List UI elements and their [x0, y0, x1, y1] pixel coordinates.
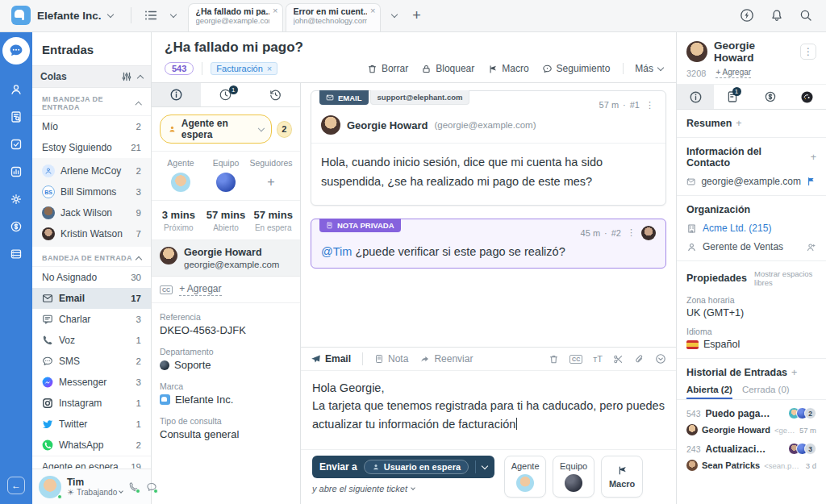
sidebar-item-voice[interactable]: Voz 1: [32, 330, 151, 351]
nav-billing[interactable]: [2, 215, 30, 239]
field-value[interactable]: DKEO-4563-DJFK: [160, 324, 292, 336]
tab-ticket-info[interactable]: [152, 83, 201, 106]
nav-tasks[interactable]: [2, 132, 30, 156]
sidebar-item-agent[interactable]: BS Bill Simmons 3: [32, 181, 151, 202]
sidebar-item-instagram[interactable]: Instagram 1: [32, 393, 151, 414]
more-button[interactable]: Más: [623, 63, 663, 74]
ticket-status-dropdown[interactable]: Agente en espera: [160, 115, 272, 144]
quick-assign-agent[interactable]: Agente: [504, 456, 546, 498]
sidebar-item-email[interactable]: Email 17: [32, 288, 151, 309]
mention-link[interactable]: @Tim: [321, 245, 352, 258]
organization-link[interactable]: Acme Ltd. (215): [703, 223, 771, 234]
discard-draft-button[interactable]: [549, 354, 559, 364]
collapse-composer-button[interactable]: [655, 353, 666, 364]
quick-assign-team[interactable]: Equipo: [553, 456, 594, 498]
nav-settings[interactable]: [2, 187, 30, 211]
history-tab-closed[interactable]: Cerrada (0): [742, 385, 790, 399]
sidebar-item-agent[interactable]: Kristin Watson 7: [32, 223, 151, 244]
add-cc-link[interactable]: + Agregar: [179, 283, 221, 296]
history-tab-open[interactable]: Abierta (2): [686, 385, 732, 399]
requester-row[interactable]: Georgie Howard georgie@example.com: [152, 240, 300, 277]
nav-analytics[interactable]: [2, 160, 30, 184]
assignee-team[interactable]: Equipo: [203, 158, 248, 192]
tab-mailchimp-app[interactable]: [789, 85, 826, 109]
tab-contact-info[interactable]: [677, 85, 714, 109]
nav-search-reports[interactable]: [2, 105, 30, 129]
status-count-badge[interactable]: 2: [277, 121, 292, 138]
person-add-icon[interactable]: [806, 242, 816, 252]
kebab-menu[interactable]: ⋮: [800, 44, 816, 60]
sidebar-item-messenger[interactable]: Messenger 3: [32, 372, 151, 393]
section-my-inbox[interactable]: MI BANDEJA DE ENTRADA: [32, 88, 151, 116]
add-icon[interactable]: +: [811, 152, 816, 163]
composer-tab-email[interactable]: Email: [311, 353, 351, 364]
chat-status-button[interactable]: [146, 481, 157, 493]
field-value[interactable]: Soporte: [160, 359, 292, 371]
notifications-button[interactable]: [770, 8, 784, 23]
contact-email-row[interactable]: georgie@example.com: [686, 176, 816, 187]
tab-overflow-button[interactable]: [383, 4, 406, 27]
kebab-menu[interactable]: ⋮: [625, 227, 637, 238]
ticket-tab-active[interactable]: ¿Ha fallado mi pa... georgie@example.com…: [188, 3, 283, 31]
sidebar-list[interactable]: MI BANDEJA DE ENTRADA Mío 2 Estoy Siguie…: [32, 88, 151, 469]
agent-status[interactable]: ☀ Trabajando: [67, 488, 123, 497]
history-item[interactable]: 243 Actualización de... 3 Sean Patricks …: [686, 435, 816, 471]
collapse-sidebar-button[interactable]: ←: [7, 477, 25, 494]
tab-contact-notes[interactable]: 1: [714, 85, 751, 109]
ticket-id-badge[interactable]: 543: [165, 62, 194, 75]
conversation-scroll[interactable]: EMAIL support@elephant.com 57 m · #1 ⋮: [301, 83, 676, 347]
queues-header[interactable]: Colas: [32, 65, 151, 88]
kebab-menu[interactable]: ⋮: [644, 100, 656, 110]
chevron-down-icon[interactable]: [482, 463, 488, 469]
ticket-tab-inactive[interactable]: Error en mi cuent... john@technology.com…: [286, 3, 381, 31]
sidebar-item-chat[interactable]: Charlar 3: [32, 309, 151, 330]
quick-macro[interactable]: Macro: [601, 456, 643, 498]
snippets-button[interactable]: [613, 354, 624, 364]
field-value[interactable]: Elefante Inc.: [160, 394, 292, 406]
reply-textarea[interactable]: Hola Georgie, La tarjeta que tenemos reg…: [301, 371, 676, 449]
sidebar-item-agent-wait[interactable]: Agente en espera 19: [32, 456, 151, 469]
section-inbox[interactable]: BANDEJA DE ENTRADA: [32, 247, 151, 267]
field-value[interactable]: Consulta general: [160, 428, 292, 440]
send-followup-option[interactable]: y abre el siguiente ticket: [312, 484, 494, 494]
field-value[interactable]: Español: [686, 339, 816, 350]
sidebar-item-agent[interactable]: Jack Wilson 9: [32, 202, 151, 223]
search-button[interactable]: [799, 8, 813, 23]
quick-actions-button[interactable]: [739, 7, 755, 23]
block-button[interactable]: Bloquear: [421, 63, 474, 74]
call-status-button[interactable]: [128, 481, 140, 493]
nav-queues[interactable]: [2, 242, 30, 266]
close-icon[interactable]: ×: [273, 6, 277, 15]
organization-row[interactable]: Acme Ltd. (215): [686, 223, 816, 234]
sidebar-item-twitter[interactable]: Twitter 1: [32, 414, 151, 435]
delete-button[interactable]: Borrar: [367, 63, 408, 74]
show-empty-fields-link[interactable]: Mostrar espacios libres: [754, 269, 816, 287]
add-contact-link[interactable]: + Agregar: [715, 68, 751, 78]
new-tab-button[interactable]: +: [406, 4, 428, 27]
close-icon[interactable]: ×: [267, 64, 272, 73]
composer-tab-note[interactable]: Nota: [374, 353, 408, 364]
sidebar-item-mine[interactable]: Mío 2: [32, 116, 151, 137]
text-format-button[interactable]: тT: [593, 354, 603, 364]
macro-button[interactable]: Macro: [487, 63, 528, 74]
followers-add[interactable]: Seguidores +: [248, 158, 294, 192]
add-icon[interactable]: +: [736, 118, 741, 129]
tab-ticket-history[interactable]: [251, 83, 300, 106]
ticket-list-button[interactable]: [140, 4, 162, 27]
nav-conversations-active[interactable]: [2, 37, 30, 65]
sidebar-item-sms[interactable]: SMS 2: [32, 351, 151, 372]
history-item[interactable]: 543 Puedo pagar a... 2 Georgie Howard <g…: [686, 400, 816, 435]
tab-contact-billing[interactable]: [752, 85, 789, 109]
nav-contacts[interactable]: [2, 77, 30, 102]
close-icon[interactable]: ×: [370, 6, 375, 15]
cc-button[interactable]: CC: [569, 355, 582, 364]
sidebar-item-unassigned[interactable]: No Asignado 30: [32, 267, 151, 288]
follow-button[interactable]: Seguimiento: [542, 63, 611, 74]
sidebar-item-agent[interactable]: Arlene McCoy 2: [32, 160, 151, 181]
attach-button[interactable]: [634, 354, 645, 364]
tabs-dropdown-button[interactable]: [162, 4, 185, 27]
field-value[interactable]: UK (GMT+1): [686, 307, 816, 319]
sidebar-item-following[interactable]: Estoy Siguiendo 21: [32, 137, 151, 158]
add-icon[interactable]: +: [791, 367, 797, 378]
plus-icon[interactable]: +: [267, 173, 274, 192]
